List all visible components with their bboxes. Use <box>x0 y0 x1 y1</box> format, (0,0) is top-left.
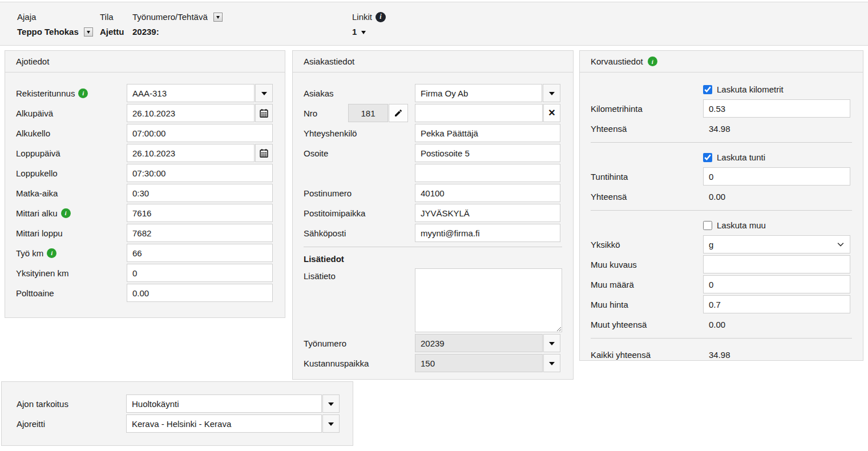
triangle-down-icon <box>549 362 555 368</box>
links-dropdown[interactable]: 1 <box>352 24 386 39</box>
cost-center-row: Kustannuspaikka <box>304 354 562 372</box>
start-time-input[interactable] <box>127 124 273 142</box>
info-icon[interactable]: i <box>47 248 56 258</box>
clear-search-button[interactable]: ✕ <box>543 104 560 122</box>
work-km-input[interactable] <box>127 244 273 262</box>
cost-center-dropdown-button[interactable] <box>543 354 560 372</box>
end-time-row: Loppukello <box>16 164 274 182</box>
end-time-label: Loppukello <box>16 168 58 178</box>
email-input[interactable] <box>415 224 560 242</box>
panel-title: Ajotiedot <box>16 57 49 66</box>
travel-time-row: Matka-aika <box>16 184 274 202</box>
compensation-info-panel: Korvaustiedot i Laskuta kilometrit Kilom… <box>579 50 863 361</box>
customer-row: Asiakas <box>304 84 562 102</box>
bill-other-row: Laskuta muu <box>703 218 852 233</box>
worknumber-label: Työnumero/Tehtävä <box>132 12 208 22</box>
info-icon[interactable]: i <box>78 88 88 98</box>
trip-purpose-input[interactable] <box>126 394 322 413</box>
end-date-row: Loppupäivä <box>16 144 274 162</box>
triangle-down-icon <box>549 92 555 98</box>
customer-search-input[interactable] <box>415 104 543 122</box>
customer-number-label: Nro <box>304 108 317 118</box>
other-quantity-label: Muu määrä <box>591 280 634 289</box>
route-input[interactable] <box>126 414 322 433</box>
registration-row: Rekisteritunnusi <box>16 84 274 102</box>
registration-input[interactable] <box>127 84 255 102</box>
other-total-row: Muut yhteensä 0.00 <box>591 315 852 333</box>
km-price-input[interactable] <box>703 99 850 118</box>
triangle-down-icon <box>328 422 334 429</box>
other-description-row: Muu kuvaus <box>591 255 852 273</box>
address2-input[interactable] <box>415 164 560 182</box>
top-header-bar: Ajaja Teppo Tehokas Tila Ajettu Työnumer… <box>0 2 868 46</box>
driver-field-group: Ajaja Teppo Tehokas <box>17 10 93 39</box>
work-number-label: Työnumero <box>304 339 346 348</box>
divider <box>591 210 852 211</box>
bill-other-checkbox[interactable] <box>703 221 712 230</box>
customer-input[interactable] <box>415 84 542 102</box>
registration-dropdown-button[interactable] <box>255 84 273 102</box>
bill-kilometers-checkbox[interactable] <box>703 85 712 94</box>
start-date-input[interactable] <box>127 104 255 122</box>
links-field-group: Linkit i 1 <box>352 10 386 39</box>
additional-info-textarea[interactable] <box>415 268 562 332</box>
end-time-input[interactable] <box>127 164 273 182</box>
contact-person-input[interactable] <box>415 124 560 142</box>
grand-total-row: Kaikki yhteensä 34.98 <box>591 345 852 364</box>
start-date-calendar-button[interactable] <box>255 104 273 122</box>
links-label: Linkit <box>352 12 372 22</box>
triangle-down-icon <box>261 92 267 98</box>
cost-center-select[interactable] <box>415 354 543 372</box>
route-dropdown-button[interactable] <box>322 414 340 433</box>
info-icon[interactable]: i <box>61 208 71 218</box>
bill-hours-label: Laskuta tunti <box>717 152 765 162</box>
city-input[interactable] <box>415 204 560 222</box>
private-km-label: Yksityinen km <box>16 268 69 278</box>
work-number-select[interactable] <box>415 334 543 352</box>
fuel-input[interactable] <box>127 284 273 302</box>
start-date-row: Alkupäivä <box>16 104 274 122</box>
worknumber-field-group: Työnumero/Tehtävä 20239: <box>132 10 223 39</box>
odometer-end-row: Mittari loppu <box>16 224 274 242</box>
divider <box>591 338 852 339</box>
work-number-dropdown-button[interactable] <box>543 334 560 352</box>
status-label: Tila <box>100 12 114 22</box>
odometer-end-input[interactable] <box>127 224 273 242</box>
bill-hours-checkbox[interactable] <box>703 153 712 162</box>
address-row: Osoite <box>304 144 562 162</box>
end-date-input[interactable] <box>127 144 255 162</box>
odometer-start-row: Mittari alkui <box>16 204 274 222</box>
hour-price-input[interactable] <box>703 167 850 186</box>
end-date-calendar-button[interactable] <box>255 144 273 162</box>
travel-time-input[interactable] <box>127 184 273 202</box>
address-input[interactable] <box>415 144 560 162</box>
worknumber-dropdown-button[interactable] <box>213 13 223 22</box>
private-km-input[interactable] <box>127 264 273 282</box>
info-icon[interactable]: i <box>376 12 386 22</box>
postal-code-row: Postinumero <box>304 184 562 202</box>
registration-label: Rekisteritunnus <box>16 88 75 98</box>
trip-purpose-row: Ajon tarkoitus <box>17 394 342 413</box>
hour-total-label: Yhteensä <box>591 192 627 202</box>
status-field-group: Tila Ajettu <box>100 10 124 39</box>
edit-customer-number-button[interactable] <box>389 104 408 122</box>
chevron-down-icon <box>837 240 845 248</box>
bill-kilometers-row: Laskuta kilometrit <box>703 82 852 97</box>
info-icon[interactable]: i <box>648 57 657 66</box>
fuel-row: Polttoaine <box>16 284 274 302</box>
hour-price-label: Tuntihinta <box>591 172 628 182</box>
postal-code-input[interactable] <box>415 184 560 202</box>
private-km-row: Yksityinen km <box>16 264 274 282</box>
route-row: Ajoreitti <box>17 414 342 433</box>
trip-purpose-dropdown-button[interactable] <box>322 394 340 413</box>
customer-dropdown-button[interactable] <box>543 84 560 102</box>
odometer-start-input[interactable] <box>127 204 273 222</box>
bill-kilometers-label: Laskuta kilometrit <box>717 84 784 94</box>
other-description-input[interactable] <box>703 255 850 273</box>
other-quantity-input[interactable] <box>703 275 850 293</box>
unit-row: Yksikkö g <box>591 235 852 253</box>
driver-dropdown-button[interactable] <box>84 27 93 37</box>
other-price-input[interactable] <box>703 295 850 313</box>
bill-hours-row: Laskuta tunti <box>703 150 852 165</box>
unit-select[interactable]: g <box>703 235 850 253</box>
